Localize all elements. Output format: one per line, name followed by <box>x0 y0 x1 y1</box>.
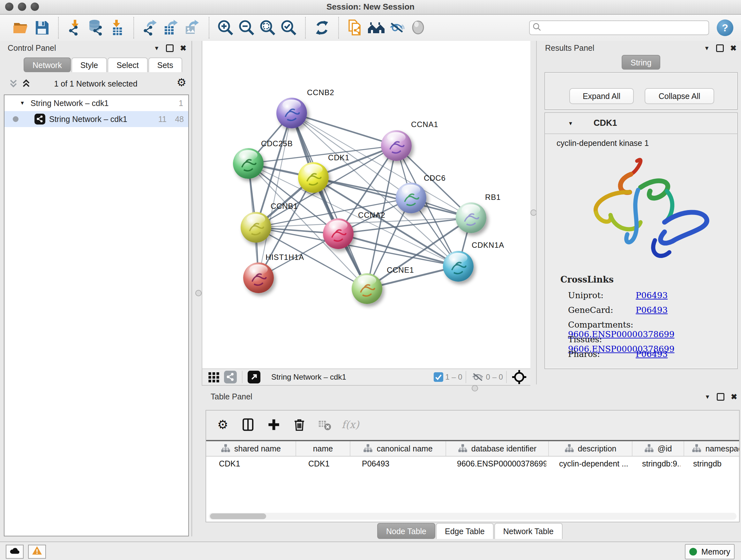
node-result-header[interactable]: ▼ CDK1 <box>545 113 737 134</box>
save-session-icon[interactable] <box>31 17 52 39</box>
tab-style[interactable]: Style <box>71 57 107 72</box>
string-network-icon <box>35 114 45 125</box>
network-node-RB1[interactable] <box>456 202 486 233</box>
tab-string[interactable]: String <box>622 55 660 70</box>
scrollbar-thumb[interactable] <box>210 513 266 519</box>
table-cell[interactable]: stringdb:9... <box>629 456 680 471</box>
import-network-icon[interactable] <box>64 17 85 39</box>
network-node-CDKN1A[interactable] <box>443 251 474 282</box>
fit-selected-crosshair-icon[interactable] <box>512 370 527 384</box>
column-header-shared-name[interactable]: shared name <box>206 441 296 456</box>
maximize-results-icon[interactable] <box>716 44 724 52</box>
inactive-eye-icon[interactable] <box>408 17 429 39</box>
network-row-selected[interactable]: String Network – cdk1 11 48 <box>4 111 188 127</box>
maximize-table-icon[interactable] <box>717 393 724 401</box>
import-table-icon[interactable] <box>107 17 128 39</box>
open-session-icon[interactable] <box>10 17 31 39</box>
table-options-gear-icon[interactable]: ⚙ <box>215 417 230 432</box>
close-panel-icon[interactable]: ✖ <box>180 44 186 52</box>
network-node-CDC6[interactable] <box>396 183 426 213</box>
column-header-name[interactable]: name <box>296 441 350 456</box>
table-cell[interactable]: cyclin-dependent ... <box>546 456 629 471</box>
network-node-CCNA2[interactable] <box>323 219 354 249</box>
table-cell[interactable]: P06493 <box>349 456 444 471</box>
refresh-view-icon[interactable] <box>312 17 333 39</box>
maximize-panel-icon[interactable] <box>166 44 174 52</box>
table-data-row[interactable]: CDK1CDK1P064939606.ENSP00000378699cyclin… <box>206 456 739 471</box>
result-disclosure-icon[interactable]: ▼ <box>568 121 573 126</box>
column-header-canonical-name[interactable]: canonical name <box>350 441 446 456</box>
export-table-icon[interactable] <box>161 17 182 39</box>
table-cell[interactable]: stringdb <box>680 456 739 471</box>
export-image-icon[interactable] <box>182 17 203 39</box>
table-panel-title: Table Panel <box>211 392 253 401</box>
network-node-CCNA1[interactable] <box>381 130 412 161</box>
column-header-database-identifier[interactable]: database identifier <box>446 441 549 456</box>
collection-disclosure-icon[interactable]: ▼ <box>20 100 25 106</box>
tab-network-table[interactable]: Network Table <box>494 523 562 539</box>
float-panel-icon[interactable]: ▼ <box>154 45 159 51</box>
network-node-CCNB1[interactable] <box>241 212 271 243</box>
node-gloss <box>449 253 468 263</box>
cloud-button[interactable] <box>6 545 23 559</box>
memory-button[interactable]: Memory <box>685 544 735 559</box>
network-node-CDC25B[interactable] <box>233 148 264 179</box>
network-collection-row[interactable]: ▼ String Network – cdk1 1 <box>4 95 188 111</box>
results-panel: Results Panel ▼ ✖ String Expand All Coll… <box>536 41 741 384</box>
collapse-all-button[interactable]: Collapse All <box>645 88 714 104</box>
bottom-splitter-handle[interactable] <box>472 385 478 391</box>
network-node-CDK1[interactable] <box>298 162 329 193</box>
network-node-HIST1H1A[interactable] <box>243 262 274 293</box>
node-label-CDC6: CDC6 <box>424 174 446 183</box>
right-splitter-handle[interactable] <box>530 209 537 216</box>
close-table-icon[interactable]: ✖ <box>731 393 737 401</box>
network-options-gear-icon[interactable]: ⚙ <box>177 76 186 89</box>
export-network-icon[interactable] <box>140 17 161 39</box>
crosslink-link[interactable]: P06493 <box>636 349 668 359</box>
tab-select[interactable]: Select <box>108 57 147 72</box>
zoom-in-icon[interactable] <box>215 17 236 39</box>
table-cell[interactable]: CDK1 <box>295 456 349 471</box>
delete-column-icon[interactable] <box>292 417 307 432</box>
crosslink-link[interactable]: P06493 <box>636 305 668 315</box>
tab-network[interactable]: Network <box>23 57 71 72</box>
tab-node-table[interactable]: Node Table <box>377 523 435 539</box>
share-view-icon[interactable] <box>224 371 237 383</box>
column-header-@id[interactable]: @id <box>632 441 684 456</box>
grid-view-icon[interactable] <box>207 371 220 383</box>
node-gloss <box>387 132 406 143</box>
column-header-namespace[interactable]: namespace <box>684 441 739 456</box>
table-cell[interactable]: 9606.ENSP00000378699 <box>444 456 546 471</box>
left-splitter-handle[interactable] <box>195 290 202 296</box>
search-input[interactable] <box>529 20 709 35</box>
help-icon[interactable]: ? <box>717 19 733 36</box>
open-in-browser-icon[interactable] <box>248 371 260 383</box>
close-results-icon[interactable]: ✖ <box>730 44 737 52</box>
share-document-icon[interactable] <box>345 17 366 39</box>
column-header-description[interactable]: description <box>549 441 632 456</box>
crosslink-link[interactable]: P06493 <box>636 291 668 300</box>
hide-eye-icon[interactable] <box>387 17 408 39</box>
show-columns-icon[interactable] <box>241 417 256 432</box>
zoom-out-icon[interactable] <box>236 17 257 39</box>
tab-edge-table[interactable]: Edge Table <box>436 523 494 539</box>
zoom-fit-icon[interactable] <box>257 17 278 39</box>
string-home-icon[interactable] <box>366 17 387 39</box>
import-database-icon[interactable] <box>85 17 107 39</box>
network-node-count: 11 <box>158 115 166 124</box>
control-panel-tabs: NetworkStyleSelectSets <box>23 57 183 72</box>
tab-sets[interactable]: Sets <box>148 57 182 72</box>
network-node-CCNB2[interactable] <box>276 98 307 128</box>
table-horizontal-scrollbar[interactable] <box>209 513 737 520</box>
network-canvas[interactable]: CCNB2CCNA1CDC25BCDK1CDC6RB1CCNB1CCNA2CDK… <box>202 41 530 368</box>
table-cell[interactable]: CDK1 <box>206 456 295 471</box>
hidden-eye-icon[interactable] <box>471 371 484 383</box>
add-column-icon[interactable] <box>266 417 281 432</box>
selected-checkbox-icon[interactable] <box>434 372 443 382</box>
zoom-selected-icon[interactable] <box>278 17 299 39</box>
float-table-icon[interactable]: ▼ <box>704 394 711 400</box>
float-results-icon[interactable]: ▼ <box>704 45 710 51</box>
expand-all-button[interactable]: Expand All <box>569 88 634 104</box>
warnings-button[interactable] <box>28 545 46 559</box>
network-node-CCNE1[interactable] <box>352 273 382 304</box>
